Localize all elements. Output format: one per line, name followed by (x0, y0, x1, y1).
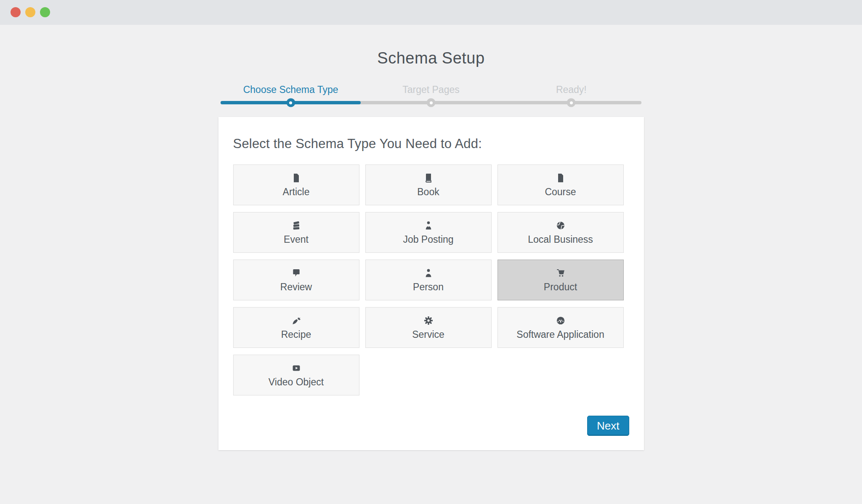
card-footer: Next (233, 416, 629, 436)
schema-type-label: Service (412, 329, 444, 340)
article-icon (291, 172, 301, 183)
globe-icon (556, 220, 566, 231)
schema-type-label: Course (545, 186, 576, 198)
course-icon (556, 172, 566, 183)
next-button[interactable]: Next (587, 416, 629, 436)
zoom-button[interactable] (40, 7, 50, 17)
schema-type-button-article[interactable]: Article (233, 164, 359, 205)
schema-type-label: Recipe (281, 329, 311, 340)
book-icon (423, 172, 434, 183)
setup-stepper: Choose Schema Type Target Pages Ready! (221, 84, 641, 104)
person-icon (423, 268, 434, 279)
schema-type-button-service[interactable]: Service (365, 307, 492, 348)
businessman-icon (423, 220, 434, 231)
schema-type-label: Video Object (269, 377, 324, 388)
schema-setup-card: Select the Schema Type You Need to Add: … (218, 117, 644, 450)
video-icon (291, 363, 301, 374)
window-controls (11, 7, 50, 17)
schema-type-label: Job Posting (403, 234, 453, 245)
minimize-button[interactable] (25, 7, 35, 17)
schema-type-label: Local Business (528, 234, 593, 245)
page-title: Schema Setup (0, 25, 862, 67)
tickets-icon (291, 220, 301, 231)
close-button[interactable] (11, 7, 21, 17)
schema-type-label: Article (283, 186, 310, 198)
schema-type-button-person[interactable]: Person (365, 260, 492, 300)
schema-type-button-product[interactable]: Product (498, 260, 624, 300)
gear-icon (423, 315, 434, 326)
step-target-pages: Target Pages (361, 84, 501, 95)
schema-type-label: Person (413, 281, 444, 293)
step-dot-upcoming-icon (427, 98, 436, 107)
schema-type-grid: Article Book Course (233, 164, 629, 395)
schema-type-label: Product (544, 281, 577, 293)
schema-type-button-book[interactable]: Book (365, 164, 492, 205)
schema-type-button-course[interactable]: Course (498, 164, 624, 205)
step-choose-schema-type: Choose Schema Type (221, 84, 361, 95)
schema-type-button-recipe[interactable]: Recipe (233, 307, 359, 348)
card-heading: Select the Schema Type You Need to Add: (233, 136, 629, 151)
schema-type-button-video-object[interactable]: Video Object (233, 355, 359, 395)
progress-track (221, 101, 641, 104)
schema-type-label: Book (417, 186, 439, 198)
schema-type-label: Review (280, 281, 312, 293)
schema-type-button-software-application[interactable]: Software Application (498, 307, 624, 348)
step-ready: Ready! (501, 84, 641, 95)
schema-type-label: Software Application (516, 329, 604, 340)
schema-type-label: Event (284, 234, 309, 245)
window-titlebar (0, 0, 862, 25)
schema-type-button-local-business[interactable]: Local Business (498, 212, 624, 253)
cart-icon (556, 268, 566, 279)
carrot-icon (291, 315, 301, 326)
schema-type-button-review[interactable]: Review (233, 260, 359, 300)
comment-icon (291, 268, 301, 279)
dashboard-icon (556, 315, 566, 326)
schema-type-button-job-posting[interactable]: Job Posting (365, 212, 492, 253)
step-dot-active-icon (286, 98, 295, 107)
step-dot-upcoming-icon (567, 98, 576, 107)
schema-type-button-event[interactable]: Event (233, 212, 359, 253)
